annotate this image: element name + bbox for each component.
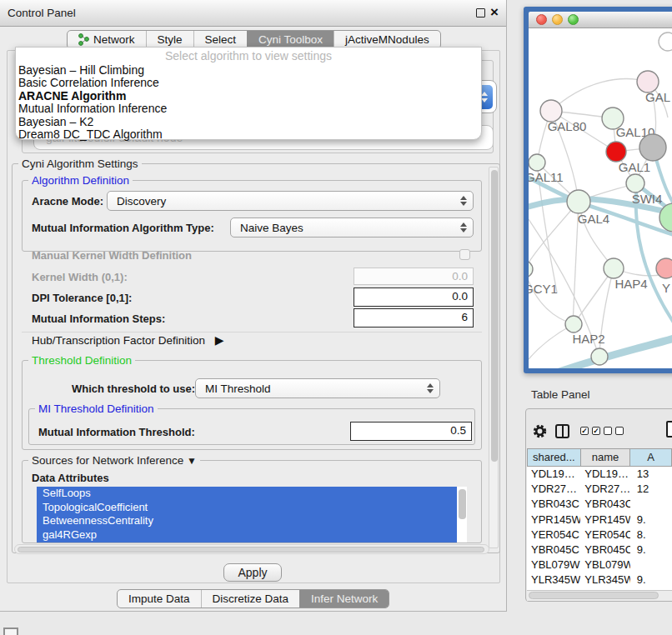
network-node-gal4[interactable] <box>567 190 590 213</box>
node-label: HAP2 <box>572 332 604 346</box>
gear-icon[interactable] <box>532 423 548 439</box>
table-cell[interactable]: YDL19… <box>580 467 629 482</box>
network-node[interactable] <box>591 348 608 365</box>
collapsed-arrow-icon[interactable]: ▶ <box>215 333 224 347</box>
columns-icon[interactable] <box>555 424 569 438</box>
algorithm-option[interactable]: Bayesian – K2 <box>16 116 481 128</box>
table-cell[interactable]: YBR043C <box>527 497 580 512</box>
kernel-width-field[interactable]: 0.0 <box>354 268 474 285</box>
network-node-swi4[interactable] <box>626 174 644 192</box>
network-node-y[interactable] <box>656 258 672 278</box>
column-header-name[interactable]: name <box>581 448 631 467</box>
network-node-gcy1[interactable] <box>529 261 533 278</box>
table-cell[interactable]: YER054C <box>527 528 580 542</box>
node-table: shared... name A YDL19…YDL19…13YDR27…YDR… <box>527 448 672 590</box>
tab-jactivemnodules[interactable]: jActiveMNodules <box>333 31 440 48</box>
attribute-item[interactable]: SelfLoops <box>37 487 457 501</box>
table-cell[interactable]: 9. <box>630 572 672 588</box>
attribute-item[interactable]: gal4RGexp <box>37 528 457 542</box>
table-cell[interactable]: YLR345W <box>527 572 580 588</box>
attributes-scroll-thumb[interactable] <box>459 489 466 519</box>
table-row[interactable]: YLR345WYLR345W9. <box>527 572 672 588</box>
table-row[interactable]: YDL19…YDL19…13 <box>527 467 672 482</box>
table-cell[interactable]: YBL079W <box>580 558 629 572</box>
tab-impute-data[interactable]: Impute Data <box>118 590 201 608</box>
network-node[interactable] <box>659 32 672 51</box>
table-cell[interactable]: YPR145W <box>527 512 580 528</box>
tab-select[interactable]: Select <box>193 31 248 48</box>
table-cell[interactable]: 13 <box>630 467 672 482</box>
algorithm-option[interactable]: Mutual Information Inference <box>16 102 481 115</box>
zoom-traffic-light-icon[interactable] <box>568 14 579 25</box>
select-all-checks-icon[interactable]: ✓✓ <box>580 427 600 435</box>
table-hscroll-thumb[interactable] <box>529 592 659 599</box>
column-header-shared-name[interactable]: shared... <box>527 448 581 467</box>
table-cell[interactable]: YPR145W <box>580 512 629 528</box>
tab-infer-network[interactable]: Infer Network <box>299 590 389 608</box>
algorithm-option[interactable]: Bayesian – Hill Climbing <box>16 64 481 77</box>
table-cell[interactable]: YDR27… <box>580 482 629 497</box>
mi-steps-field[interactable]: 6 <box>354 308 474 328</box>
network-node-hap4[interactable] <box>604 258 624 278</box>
expanded-arrow-icon[interactable]: ▼ <box>187 455 197 467</box>
aracne-mode-select[interactable]: Discovery <box>107 191 474 211</box>
table-cell[interactable]: 9. <box>630 542 672 558</box>
float-window-icon[interactable] <box>476 8 485 18</box>
network-node-hap2[interactable] <box>565 316 582 332</box>
attribute-item[interactable]: TopologicalCoefficient <box>37 501 457 515</box>
settings-horizontal-scrollbar[interactable] <box>14 544 489 554</box>
minimize-traffic-light-icon[interactable] <box>552 14 563 25</box>
unselect-all-checks-icon[interactable] <box>604 427 624 435</box>
attribute-item[interactable]: BetweennessCentrality <box>37 514 457 528</box>
column-header-partial[interactable]: A <box>630 448 672 467</box>
network-window-titlebar[interactable] <box>529 12 672 28</box>
algorithm-option[interactable]: Basic Correlation Inference <box>16 77 481 89</box>
table-cell[interactable]: 9. <box>630 512 672 528</box>
table-cell[interactable]: 8. <box>630 528 672 542</box>
table-cell[interactable]: YDR27… <box>527 482 580 497</box>
network-node-gal1[interactable] <box>606 142 626 162</box>
dpi-tolerance-field[interactable]: 0.0 <box>354 288 474 307</box>
network-graph[interactable]: GALGAL80GAL10GAL1GAL11SWI4GAL4GCY1HAP4YH… <box>529 28 672 368</box>
table-row[interactable]: YBR045CYBR045C9. <box>527 542 672 558</box>
table-cell[interactable]: YBL079W <box>527 558 580 572</box>
network-canvas[interactable]: GALGAL80GAL10GAL1GAL11SWI4GAL4GCY1HAP4YH… <box>529 28 672 368</box>
apply-button[interactable]: Apply <box>223 563 282 582</box>
table-cell[interactable]: YDL19… <box>527 467 580 482</box>
table-row[interactable]: YDR27…YDR27…12 <box>527 482 672 497</box>
new-table-icon[interactable] <box>666 421 672 438</box>
tab-style[interactable]: Style <box>146 31 193 48</box>
table-cell[interactable]: YLR345W <box>580 572 629 588</box>
table-row[interactable]: YER054CYER054C8. <box>527 528 672 542</box>
table-cell[interactable]: 12 <box>630 482 672 497</box>
which-threshold-select[interactable]: MI Threshold <box>195 378 440 398</box>
tab-network[interactable]: Network <box>68 31 146 48</box>
network-node[interactable] <box>639 134 666 161</box>
algorithm-option[interactable]: Dream8 DC_TDC Algorithm <box>16 128 481 141</box>
close-traffic-light-icon[interactable] <box>536 14 547 25</box>
table-cell[interactable]: YER054C <box>580 528 629 542</box>
tab-cyni-toolbox[interactable]: Cyni Toolbox <box>247 31 333 48</box>
table-row[interactable]: YBR043CYBR043C <box>527 497 672 512</box>
tab-discretize-data[interactable]: Discretize Data <box>201 590 300 608</box>
manual-kernel-checkbox[interactable] <box>459 249 470 260</box>
hub-definition-toggle[interactable]: Hub/Transcription Factor Definition ▶ <box>32 333 224 347</box>
mi-type-select[interactable]: Naive Bayes <box>230 218 474 238</box>
network-node-gal11[interactable] <box>529 154 545 171</box>
table-cell[interactable]: YBR043C <box>580 497 629 512</box>
algorithm-option[interactable]: ARACNE Algorithm <box>16 90 481 102</box>
close-icon[interactable]: × <box>490 4 499 21</box>
table-row[interactable]: YBL079WYBL079W <box>527 558 672 572</box>
table-cell[interactable]: YBR045C <box>580 542 629 558</box>
mi-threshold-label: Mutual Information Threshold: <box>38 426 195 438</box>
table-cell[interactable]: YBR045C <box>527 542 580 558</box>
data-attributes-list[interactable]: SelfLoopsTopologicalCoefficientBetweenne… <box>37 487 467 542</box>
table-row[interactable]: YPR145WYPR145W9. <box>527 512 672 528</box>
settings-vertical-scrollbar[interactable] <box>489 167 499 548</box>
mi-threshold-field[interactable]: 0.5 <box>350 422 472 441</box>
table-cell[interactable] <box>630 497 672 512</box>
hscroll-thumb[interactable] <box>18 547 484 552</box>
table-cell[interactable] <box>630 558 672 572</box>
algorithm-dropdown-popup: Select algorithm to view settings Bayesi… <box>15 47 482 140</box>
settings-scroll-thumb[interactable] <box>491 170 498 462</box>
